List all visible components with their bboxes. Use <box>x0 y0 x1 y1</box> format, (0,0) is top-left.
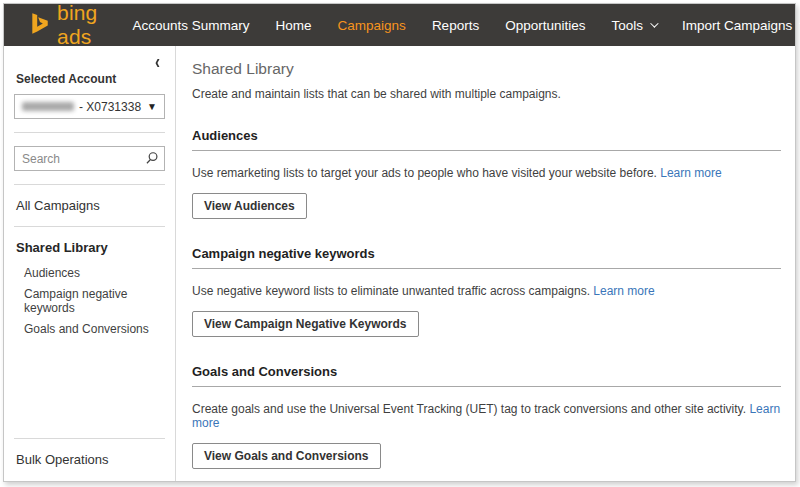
nav-item-tools[interactable]: Tools <box>598 4 669 46</box>
sidebar-item-goals-and-conversions[interactable]: Goals and Conversions <box>14 318 165 339</box>
search-icon[interactable] <box>145 151 159 169</box>
nav-item-import-campaigns[interactable]: Import Campaigns <box>669 4 800 46</box>
section-description: Use negative keyword lists to eliminate … <box>192 284 781 298</box>
sidebar-item-shared-library[interactable]: Shared Library <box>16 240 165 255</box>
account-name-redacted <box>22 102 74 111</box>
section-campaign-negative-keywords: Campaign negative keywords Use negative … <box>192 246 781 337</box>
view-audiences-button[interactable]: View Audiences <box>192 193 307 219</box>
section-description: Create goals and use the Universal Event… <box>192 402 781 430</box>
page-subtitle: Create and maintain lists that can be sh… <box>192 87 781 101</box>
nav-item-home[interactable]: Home <box>263 4 325 46</box>
description-text: Use negative keyword lists to eliminate … <box>192 284 590 298</box>
sidebar-item-all-campaigns[interactable]: All Campaigns <box>16 198 165 213</box>
sidebar-bottom: Bulk Operations <box>14 425 165 467</box>
top-nav: bing ads Accounts Summary Home Campaigns… <box>4 4 795 46</box>
bing-logo-icon <box>28 12 51 39</box>
divider <box>14 132 165 133</box>
search-input[interactable] <box>14 146 165 171</box>
section-heading: Goals and Conversions <box>192 364 781 387</box>
learn-more-link[interactable]: Learn more <box>660 166 721 180</box>
section-description: Use remarketing lists to target your ads… <box>192 166 781 180</box>
nav-item-import-campaigns-label: Import Campaigns <box>682 18 792 33</box>
sidebar-collapse-icon[interactable]: ‹ <box>152 52 163 70</box>
main-nav: Accounts Summary Home Campaigns Reports … <box>120 4 800 46</box>
description-text: Use remarketing lists to target your ads… <box>192 166 657 180</box>
divider <box>14 226 165 227</box>
shared-library-sublist: Audiences Campaign negative keywords Goa… <box>14 262 165 339</box>
sidebar: ‹ Selected Account - X0731338 ▼ All Camp <box>4 46 176 481</box>
view-campaign-negative-keywords-button[interactable]: View Campaign Negative Keywords <box>192 311 419 337</box>
app-window: bing ads Accounts Summary Home Campaigns… <box>3 3 796 482</box>
content-area: ‹ Selected Account - X0731338 ▼ All Camp <box>4 46 795 481</box>
divider <box>14 184 165 185</box>
divider <box>14 438 165 439</box>
sidebar-search <box>14 146 165 171</box>
section-heading: Audiences <box>192 128 781 151</box>
section-goals-and-conversions: Goals and Conversions Create goals and u… <box>192 364 781 469</box>
section-heading: Campaign negative keywords <box>192 246 781 269</box>
brand-logo[interactable]: bing ads <box>28 1 98 49</box>
sidebar-item-bulk-operations[interactable]: Bulk Operations <box>16 452 165 467</box>
view-goals-and-conversions-button[interactable]: View Goals and Conversions <box>192 443 381 469</box>
nav-item-accounts-summary[interactable]: Accounts Summary <box>120 4 263 46</box>
nav-item-opportunities[interactable]: Opportunities <box>492 4 598 46</box>
brand-name: bing ads <box>57 1 98 49</box>
learn-more-link[interactable]: Learn more <box>593 284 654 298</box>
description-text: Create goals and use the Universal Event… <box>192 402 746 416</box>
nav-item-reports[interactable]: Reports <box>419 4 492 46</box>
sidebar-item-audiences[interactable]: Audiences <box>14 262 165 283</box>
main-panel: Shared Library Create and maintain lists… <box>176 46 795 481</box>
page-title: Shared Library <box>192 60 781 78</box>
account-dropdown[interactable]: - X0731338 ▼ <box>14 94 165 119</box>
caret-down-icon: ▼ <box>147 101 157 112</box>
sidebar-item-campaign-negative-keywords[interactable]: Campaign negative keywords <box>14 283 165 318</box>
chevron-down-icon <box>650 19 658 27</box>
nav-item-campaigns[interactable]: Campaigns <box>325 4 419 46</box>
nav-item-tools-label: Tools <box>611 18 643 33</box>
selected-account-label: Selected Account <box>16 72 165 86</box>
section-audiences: Audiences Use remarketing lists to targe… <box>192 128 781 219</box>
account-id: - X0731338 <box>79 100 141 114</box>
